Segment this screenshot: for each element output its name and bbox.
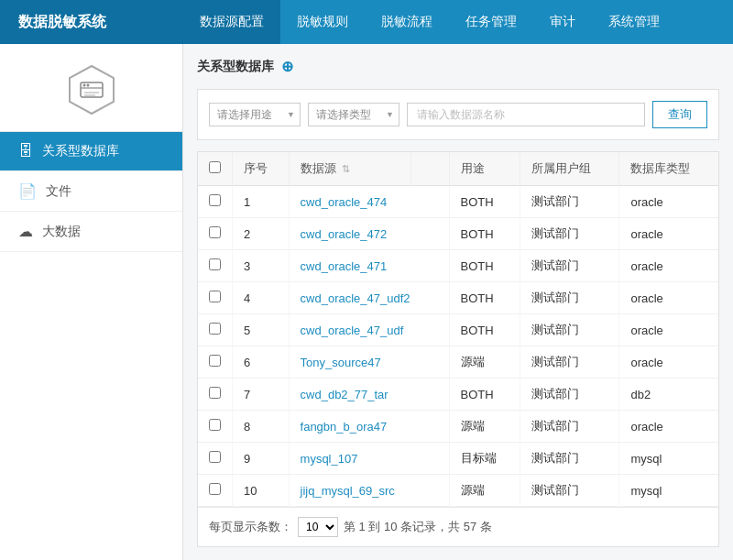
row-dbtype: oracle bbox=[619, 250, 718, 282]
row-checkbox-cell bbox=[198, 250, 233, 282]
datasource-link[interactable]: cwd_oracle_471 bbox=[301, 259, 388, 273]
table-row: 1 cwd_oracle_474 BOTH 测试部门 oracle bbox=[198, 186, 718, 218]
row-usage: BOTH bbox=[449, 379, 520, 411]
row-dbtype: oracle bbox=[619, 314, 718, 346]
datasource-link[interactable]: cwd_oracle_47_udf2 bbox=[301, 291, 410, 305]
sidebar: 🗄 关系型数据库 📄 文件 ☁ 大数据 bbox=[0, 44, 183, 560]
database-icon: 🗄 bbox=[18, 143, 33, 159]
row-datasource: cwd_oracle_47_udf2 bbox=[289, 282, 449, 314]
nav-item-task[interactable]: 任务管理 bbox=[449, 0, 533, 44]
page-size-select[interactable]: 10 20 50 bbox=[298, 517, 338, 537]
table-row: 2 cwd_oracle_472 BOTH 测试部门 oracle bbox=[198, 218, 718, 250]
datasource-link[interactable]: mysql_107 bbox=[301, 452, 358, 466]
row-datasource: mysql_107 bbox=[289, 443, 449, 475]
table-row: 4 cwd_oracle_47_udf2 BOTH 测试部门 oracle bbox=[198, 282, 718, 314]
table-row: 10 jijq_mysql_69_src 源端 测试部门 mysql bbox=[198, 475, 718, 507]
row-dbtype: mysql bbox=[619, 475, 718, 507]
use-select[interactable]: 请选择用途 bbox=[209, 103, 301, 126]
row-id: 3 bbox=[233, 250, 290, 282]
nav-item-desense-flow[interactable]: 脱敏流程 bbox=[365, 0, 449, 44]
row-dbtype: oracle bbox=[619, 282, 718, 314]
row-usage: BOTH bbox=[449, 250, 520, 282]
row-checkbox-cell bbox=[198, 379, 233, 411]
add-icon[interactable]: ⊕ bbox=[281, 58, 293, 75]
nav-item-audit[interactable]: 审计 bbox=[533, 0, 592, 44]
query-button[interactable]: 查询 bbox=[652, 101, 707, 128]
row-checkbox[interactable] bbox=[209, 258, 221, 270]
table-row: 3 cwd_oracle_471 BOTH 测试部门 oracle bbox=[198, 250, 718, 282]
row-group: 测试部门 bbox=[520, 346, 619, 379]
sidebar-item-bigdata[interactable]: ☁ 大数据 bbox=[0, 212, 182, 252]
datasource-link[interactable]: cwd_oracle_472 bbox=[301, 227, 388, 241]
row-checkbox-cell bbox=[198, 443, 233, 475]
table-row: 5 cwd_oracle_47_udf BOTH 测试部门 oracle bbox=[198, 314, 718, 346]
row-checkbox-cell bbox=[198, 218, 233, 250]
row-datasource: cwd_oracle_474 bbox=[289, 186, 449, 218]
table-header-row: 序号 数据源 ⇅ 用途 所属用户组 数据库类型 bbox=[198, 152, 718, 186]
row-checkbox[interactable] bbox=[209, 323, 221, 335]
sort-icon: ⇅ bbox=[342, 163, 350, 174]
row-checkbox[interactable] bbox=[209, 291, 221, 302]
datasource-link[interactable]: cwd_oracle_474 bbox=[301, 195, 388, 209]
row-usage: 源端 bbox=[449, 411, 520, 443]
row-datasource: fangbn_b_ora47 bbox=[289, 411, 449, 443]
row-checkbox[interactable] bbox=[209, 419, 221, 431]
nav-item-system[interactable]: 系统管理 bbox=[592, 0, 676, 44]
datasource-link[interactable]: cwd_oracle_47_udf bbox=[301, 324, 404, 337]
row-checkbox[interactable] bbox=[209, 483, 221, 495]
table-row: 9 mysql_107 目标端 测试部门 mysql bbox=[198, 443, 718, 475]
row-id: 2 bbox=[233, 218, 290, 250]
row-usage: 目标端 bbox=[449, 443, 520, 475]
type-select[interactable]: 请选择类型 bbox=[308, 103, 399, 126]
content-area: 关系型数据库 ⊕ 请选择用途 请选择类型 查询 bbox=[183, 44, 733, 560]
row-usage: 源端 bbox=[449, 475, 520, 507]
row-checkbox[interactable] bbox=[209, 194, 221, 206]
main-layout: 🗄 关系型数据库 📄 文件 ☁ 大数据 关系型数据库 ⊕ 请选择用途 bbox=[0, 44, 733, 560]
row-id: 10 bbox=[233, 475, 290, 507]
header-usage: 用途 bbox=[449, 152, 520, 186]
row-group: 测试部门 bbox=[520, 186, 619, 218]
row-datasource: cwd_oracle_472 bbox=[289, 218, 449, 250]
row-checkbox[interactable] bbox=[209, 451, 221, 463]
nav-item-desense-rule[interactable]: 脱敏规则 bbox=[280, 0, 365, 44]
row-usage: BOTH bbox=[449, 314, 520, 346]
sidebar-item-relational-db[interactable]: 🗄 关系型数据库 bbox=[0, 132, 182, 171]
row-dbtype: oracle bbox=[619, 346, 718, 379]
header-datasource: 数据源 ⇅ bbox=[289, 152, 410, 186]
file-icon: 📄 bbox=[18, 182, 37, 200]
row-datasource: cwd_oracle_471 bbox=[289, 250, 449, 282]
row-id: 8 bbox=[233, 411, 290, 443]
row-group: 测试部门 bbox=[520, 282, 619, 314]
datasource-link[interactable]: cwd_db2_77_tar bbox=[301, 388, 388, 401]
datasource-link[interactable]: fangbn_b_ora47 bbox=[301, 420, 388, 434]
page-size-label: 每页显示条数： bbox=[209, 519, 292, 535]
header-empty bbox=[410, 152, 449, 186]
row-checkbox-cell bbox=[198, 186, 233, 218]
nav-item-datasource[interactable]: 数据源配置 bbox=[183, 0, 280, 44]
sidebar-menu: 🗄 关系型数据库 📄 文件 ☁ 大数据 bbox=[0, 132, 182, 560]
row-dbtype: db2 bbox=[619, 379, 718, 411]
data-table: 序号 数据源 ⇅ 用途 所属用户组 数据库类型 1 cwd bbox=[198, 152, 718, 507]
sidebar-item-file[interactable]: 📄 文件 bbox=[0, 171, 182, 212]
table-row: 8 fangbn_b_ora47 源端 测试部门 oracle bbox=[198, 411, 718, 443]
row-id: 5 bbox=[233, 314, 290, 346]
name-input[interactable] bbox=[407, 103, 645, 126]
row-checkbox-cell bbox=[198, 411, 233, 443]
row-group: 测试部门 bbox=[520, 475, 619, 507]
datasource-link[interactable]: jijq_mysql_69_src bbox=[301, 484, 395, 498]
svg-point-3 bbox=[82, 84, 85, 87]
row-datasource: jijq_mysql_69_src bbox=[289, 475, 449, 507]
row-checkbox[interactable] bbox=[209, 226, 221, 238]
select-all-checkbox[interactable] bbox=[209, 161, 221, 173]
row-checkbox[interactable] bbox=[209, 355, 221, 367]
row-datasource: cwd_db2_77_tar bbox=[289, 379, 449, 411]
header-checkbox-cell bbox=[198, 152, 233, 186]
table-body: 1 cwd_oracle_474 BOTH 测试部门 oracle 2 cwd_… bbox=[198, 186, 718, 507]
row-id: 7 bbox=[233, 379, 290, 411]
logo-icon bbox=[64, 62, 119, 117]
header-group: 所属用户组 bbox=[520, 152, 619, 186]
row-group: 测试部门 bbox=[520, 443, 619, 475]
datasource-link[interactable]: Tony_source47 bbox=[301, 356, 381, 369]
row-checkbox-cell bbox=[198, 282, 233, 314]
row-checkbox[interactable] bbox=[209, 387, 221, 399]
